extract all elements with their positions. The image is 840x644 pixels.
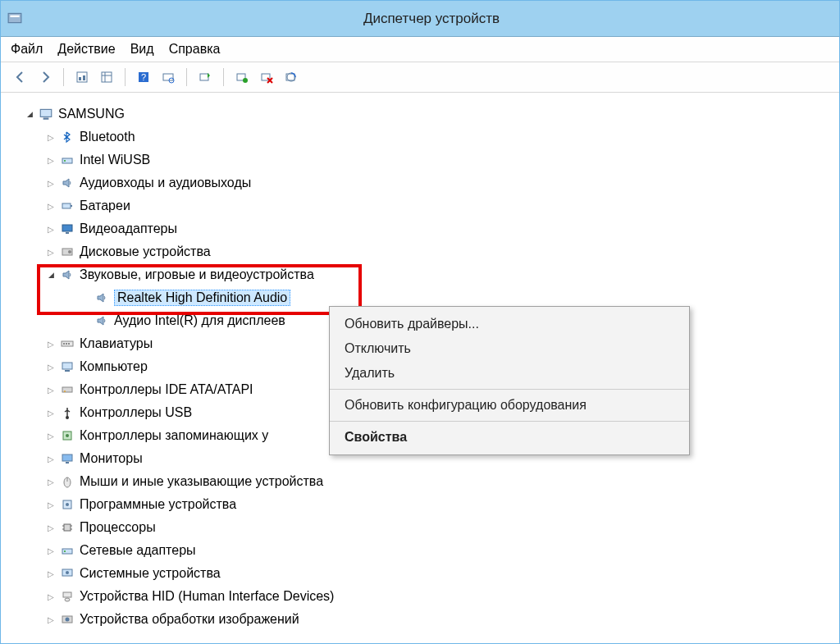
expand-icon[interactable] — [45, 545, 57, 556]
menu-view[interactable]: Вид — [130, 42, 154, 57]
context-disable[interactable]: Отключить — [330, 336, 689, 361]
scan-hardware-button[interactable] — [157, 66, 180, 89]
expand-icon[interactable] — [45, 269, 57, 281]
expand-icon[interactable] — [45, 177, 57, 189]
menu-file[interactable]: Файл — [11, 42, 43, 57]
svg-rect-29 — [63, 343, 65, 345]
svg-rect-24 — [62, 225, 72, 231]
tree-item[interactable]: Устройства HID (Human Interface Devices) — [7, 585, 833, 608]
tree-item-label: Процессоры — [80, 520, 156, 535]
context-properties[interactable]: Свойства — [330, 425, 689, 450]
help-button[interactable]: ? — [132, 66, 155, 89]
tree-item[interactable]: Системные устройства — [7, 562, 833, 585]
expand-icon[interactable] — [45, 154, 57, 166]
tree-item-label: Контроллеры запоминающих у — [80, 428, 268, 443]
show-hidden-button[interactable] — [71, 66, 94, 89]
expand-icon[interactable] — [45, 384, 57, 395]
expand-icon[interactable] — [45, 430, 57, 441]
tree-item-label: Системные устройства — [80, 566, 221, 581]
expand-icon[interactable] — [45, 522, 57, 533]
tree-item-label: Аудио Intel(R) для дисплеев — [114, 313, 285, 328]
svg-rect-34 — [62, 387, 72, 392]
expand-icon[interactable] — [24, 108, 35, 120]
tree-item[interactable]: Дисковые устройства — [7, 240, 833, 263]
expand-icon[interactable] — [45, 499, 57, 510]
bluetooth-icon — [60, 130, 75, 144]
expand-icon[interactable] — [45, 407, 57, 418]
tree-item-label: Компьютер — [80, 359, 148, 374]
expand-icon[interactable] — [45, 200, 57, 212]
menu-help[interactable]: Справка — [169, 42, 221, 57]
svg-rect-0 — [8, 13, 21, 22]
svg-point-55 — [65, 598, 70, 601]
svg-rect-50 — [62, 549, 72, 554]
tree-item[interactable]: Сетевые адаптеры — [7, 539, 833, 562]
tree-item-label: Контроллеры USB — [80, 405, 192, 420]
expand-icon[interactable] — [45, 338, 57, 349]
svg-rect-45 — [64, 524, 71, 531]
update-driver-button[interactable] — [194, 66, 217, 89]
expand-icon[interactable] — [45, 361, 57, 372]
expand-icon[interactable] — [45, 131, 57, 143]
expand-icon[interactable] — [45, 568, 57, 579]
app-icon — [7, 11, 24, 27]
tree-item[interactable]: Bluetooth — [7, 126, 833, 148]
tree-item[interactable]: Видеоадаптеры — [7, 217, 833, 240]
tree-item-label: Мониторы — [80, 451, 143, 466]
device-tree[interactable]: SAMSUNG BluetoothIntel WiUSBАудиовходы и… — [1, 93, 839, 638]
speaker-icon — [60, 267, 75, 282]
properties-button[interactable] — [280, 66, 303, 89]
tree-item[interactable]: Звуковые, игровые и видеоустройства — [7, 263, 833, 286]
expand-icon[interactable] — [45, 614, 57, 625]
expand-icon[interactable] — [45, 453, 57, 464]
expand-icon — [80, 315, 91, 327]
tree-item[interactable]: Батареи — [7, 194, 833, 217]
monitor-icon — [60, 451, 75, 466]
svg-point-27 — [68, 250, 71, 253]
tree-item[interactable]: Аудиовходы и аудиовыходы — [7, 171, 833, 194]
svg-rect-4 — [83, 75, 85, 80]
computer-icon — [39, 107, 53, 121]
tree-item-label: Устройства HID (Human Interface Devices) — [80, 589, 334, 604]
tree-item-label: Батареи — [80, 199, 130, 213]
expand-icon[interactable] — [45, 246, 57, 258]
svg-rect-40 — [66, 462, 69, 464]
svg-rect-1 — [10, 15, 19, 16]
svg-rect-18 — [40, 109, 52, 116]
expand-icon[interactable] — [45, 591, 57, 602]
tree-item-label: Дисковые устройства — [80, 244, 211, 259]
menu-action[interactable]: Действие — [57, 42, 115, 57]
tree-item[interactable]: Intel WiUSB — [7, 148, 833, 171]
system-icon — [60, 566, 75, 581]
speaker-icon — [60, 176, 75, 190]
toolbar-sep — [63, 68, 64, 86]
back-button[interactable] — [9, 66, 32, 89]
toolbar-sep — [223, 68, 224, 86]
tree-item-label: Мыши и иные указывающие устройства — [80, 474, 323, 489]
tree-item[interactable]: Процессоры — [7, 516, 833, 539]
tree-item[interactable]: Мыши и иные указывающие устройства — [7, 470, 833, 493]
context-update-drivers[interactable]: Обновить драйверы... — [330, 312, 689, 336]
tree-item[interactable]: Программные устройства — [7, 493, 833, 516]
view-button[interactable] — [95, 66, 118, 89]
context-delete[interactable]: Удалить — [330, 361, 689, 386]
expand-icon[interactable] — [45, 223, 57, 235]
svg-rect-32 — [62, 363, 72, 369]
context-scan-hardware[interactable]: Обновить конфигурацию оборудования — [330, 393, 689, 418]
toolbar-sep — [186, 68, 187, 86]
svg-rect-10 — [163, 74, 173, 80]
uninstall-button[interactable] — [255, 66, 278, 89]
usb-icon — [60, 405, 75, 420]
svg-point-53 — [66, 571, 69, 574]
svg-rect-2 — [77, 72, 87, 82]
tree-item[interactable]: Устройства обработки изображений — [7, 608, 833, 631]
svg-point-51 — [64, 550, 66, 552]
tree-item-label: Программные устройства — [80, 497, 236, 512]
enable-button[interactable] — [231, 66, 253, 89]
expand-icon[interactable] — [45, 476, 57, 487]
forward-button[interactable] — [34, 66, 57, 89]
tree-item-label: Клавиатуры — [80, 336, 153, 351]
toolbar: ? — [1, 62, 839, 93]
tree-root[interactable]: SAMSUNG — [7, 103, 833, 126]
svg-point-35 — [64, 391, 66, 392]
